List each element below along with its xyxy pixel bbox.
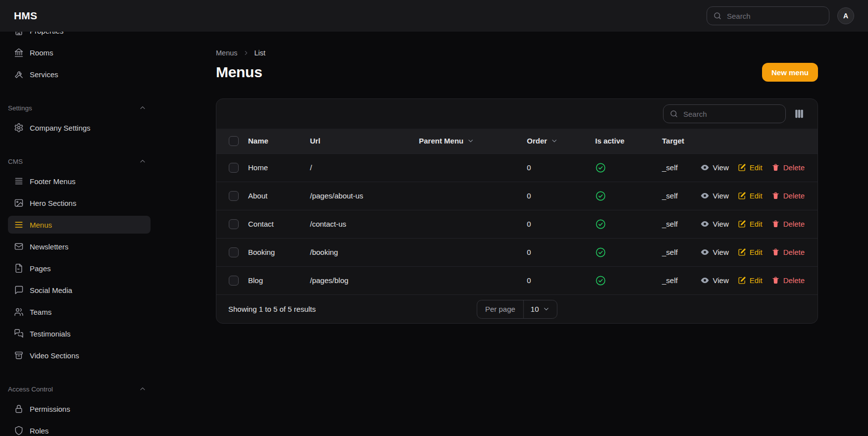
sidebar-item-label: Menus (30, 221, 52, 229)
edit-button[interactable]: Edit (738, 220, 763, 228)
view-button[interactable]: View (700, 191, 729, 200)
row-checkbox[interactable] (229, 163, 239, 173)
column-header-name: Name (248, 129, 310, 153)
cell-url: /contact-us (310, 210, 419, 238)
sidebar-item-services[interactable]: Services (8, 65, 151, 83)
chevron-right-icon (243, 49, 250, 56)
trash-icon (771, 276, 780, 285)
trash-icon (771, 248, 780, 256)
column-header-order[interactable]: Order (527, 129, 595, 153)
cell-name: Contact (248, 210, 310, 238)
column-label: Is active (595, 137, 624, 145)
sidebar-item-social-media[interactable]: Social Media (8, 281, 151, 299)
hamburger-icon (14, 220, 24, 230)
breadcrumb-parent[interactable]: Menus (216, 49, 238, 57)
chevron-down-icon (542, 305, 550, 313)
sidebar-item-testimonials[interactable]: Testimonials (8, 325, 151, 342)
cell-name: Booking (248, 238, 310, 266)
delete-button[interactable]: Delete (771, 276, 805, 285)
sidebar-item-pages[interactable]: Pages (8, 259, 151, 277)
mail-icon (14, 242, 24, 251)
table-search-input[interactable] (683, 110, 779, 118)
row-checkbox[interactable] (229, 276, 239, 286)
sidebar-section-access-control[interactable]: Access Control (8, 384, 147, 394)
select-all-checkbox[interactable] (229, 136, 239, 146)
table-row: Booking /booking 0 _self View Edit Delet… (216, 238, 817, 266)
sidebar-item-hero-sections[interactable]: Hero Sections (8, 194, 151, 212)
sidebar-item-newsletters[interactable]: Newsletters (8, 238, 151, 255)
row-checkbox[interactable] (229, 191, 239, 201)
edit-button[interactable]: Edit (738, 192, 763, 200)
active-check-icon (595, 191, 662, 201)
delete-button[interactable]: Delete (771, 192, 805, 200)
new-menu-button[interactable]: New menu (762, 63, 818, 82)
sidebar-item-menus[interactable]: Menus (8, 216, 151, 234)
trash-icon (771, 220, 780, 228)
sidebar-item-properties[interactable]: Properties (8, 32, 151, 40)
column-header-url: Url (310, 129, 419, 153)
sidebar-section-label: CMS (8, 158, 23, 165)
sidebar-item-rooms[interactable]: Rooms (8, 44, 151, 61)
sidebar-section-label: Access Control (8, 386, 53, 393)
cell-parent-menu (419, 266, 527, 294)
edit-button[interactable]: Edit (738, 163, 763, 172)
lock-icon (14, 404, 24, 414)
sidebar-item-company-settings[interactable]: Company Settings (8, 119, 151, 137)
topbar: HMS A (0, 0, 868, 32)
main-content: Menus List Menus New menu (151, 32, 868, 436)
column-label: Order (527, 137, 547, 145)
cell-name: Blog (248, 266, 310, 294)
delete-button[interactable]: Delete (771, 248, 805, 256)
sidebar-section-cms[interactable]: CMS (8, 156, 147, 166)
global-search-input[interactable] (727, 12, 823, 20)
table-search[interactable] (663, 104, 786, 123)
column-header-is-active: Is active (595, 129, 662, 153)
global-search[interactable] (707, 6, 829, 25)
sidebar-item-permissions[interactable]: Permissions (8, 400, 151, 418)
columns-toggle-button[interactable] (793, 107, 806, 120)
row-checkbox[interactable] (229, 247, 239, 257)
view-button[interactable]: View (700, 247, 729, 257)
cell-name: About (248, 182, 310, 210)
cell-url: / (310, 153, 419, 182)
trash-icon (771, 192, 780, 200)
delete-button[interactable]: Delete (771, 220, 805, 228)
edit-button[interactable]: Edit (738, 276, 763, 285)
delete-button[interactable]: Delete (771, 163, 805, 172)
sidebar-item-label: Services (30, 70, 58, 79)
column-label: Url (310, 137, 320, 145)
active-check-icon (595, 247, 662, 258)
per-page-select[interactable]: 10 (523, 300, 557, 318)
sidebar-item-footer-menus[interactable]: Footer Menus (8, 172, 151, 190)
breadcrumb-current: List (255, 49, 266, 57)
sidebar-item-teams[interactable]: Teams (8, 303, 151, 321)
table-row: Blog /pages/blog 0 _self View Edit Delet… (216, 266, 817, 294)
user-avatar[interactable]: A (837, 7, 854, 24)
chat-double-icon (14, 329, 24, 339)
pencil-square-icon (738, 220, 746, 228)
view-button[interactable]: View (700, 276, 729, 285)
per-page-value: 10 (531, 305, 539, 313)
trash-icon (771, 163, 780, 172)
eye-icon (700, 276, 710, 285)
bank-icon (14, 48, 24, 57)
view-button[interactable]: View (700, 219, 729, 229)
pencil-square-icon (738, 276, 746, 285)
sidebar-item-roles[interactable]: Roles (8, 422, 151, 436)
view-button[interactable]: View (700, 163, 729, 172)
chevron-up-icon (139, 157, 147, 165)
menus-table: NameUrlParent MenuOrderIs activeTarget H… (216, 129, 817, 294)
column-header-parent-menu[interactable]: Parent Menu (419, 129, 527, 153)
sidebar-section-settings[interactable]: Settings (8, 103, 147, 113)
app-logo: HMS (14, 10, 37, 22)
cell-parent-menu (419, 182, 527, 210)
row-checkbox[interactable] (229, 219, 239, 229)
active-check-icon (595, 275, 662, 286)
column-header-target: Target (662, 129, 715, 153)
sidebar-item-video-sections[interactable]: Video Sections (8, 346, 151, 364)
cell-order: 0 (527, 238, 595, 266)
gear-icon (14, 123, 24, 133)
search-icon (669, 109, 678, 118)
edit-button[interactable]: Edit (738, 248, 763, 256)
sidebar-item-label: Footer Menus (30, 177, 76, 186)
